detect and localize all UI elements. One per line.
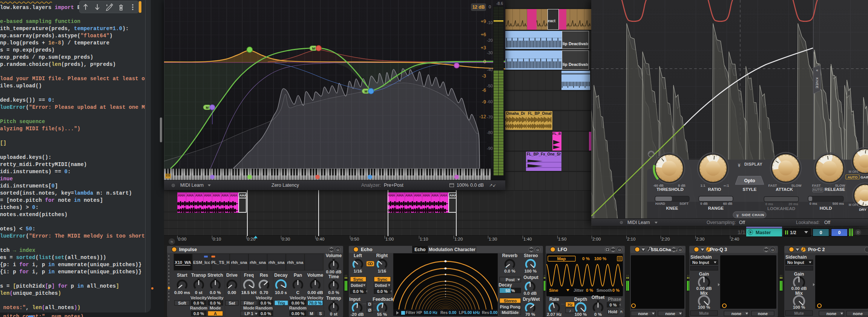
svg-text:∞:1: ∞:1 bbox=[724, 184, 729, 187]
svg-text:20 ms: 20 ms bbox=[788, 202, 798, 206]
svg-text:Sync: Sync bbox=[377, 277, 387, 282]
svg-text:0: 0 bbox=[483, 59, 486, 64]
svg-text:0.0 %: 0.0 % bbox=[193, 311, 204, 316]
svg-text:Stretch: Stretch bbox=[207, 273, 223, 278]
svg-text:18.5 kH: 18.5 kH bbox=[241, 290, 256, 295]
svg-text:-10: -10 bbox=[487, 20, 493, 25]
svg-text:Modulation: Modulation bbox=[429, 247, 453, 252]
svg-text:-90: -90 bbox=[487, 146, 493, 151]
svg-text:Output: Output bbox=[523, 275, 538, 280]
svg-text:100 %: 100 % bbox=[698, 305, 710, 309]
svg-text:0 %: 0 % bbox=[582, 256, 590, 261]
svg-text:Drive: Drive bbox=[226, 273, 238, 278]
svg-text:LP 1: LP 1 bbox=[244, 311, 253, 316]
svg-text:-12: -12 bbox=[479, 114, 486, 119]
svg-text:0.0 %: 0.0 % bbox=[261, 311, 271, 316]
svg-text:Jitter: Jitter bbox=[574, 288, 584, 293]
svg-text:Right: Right bbox=[376, 253, 388, 258]
svg-text:Velocity: Velocity bbox=[256, 296, 272, 300]
svg-text:-20 dB: -20 dB bbox=[350, 312, 363, 317]
svg-text:Stereo: Stereo bbox=[524, 253, 538, 258]
svg-text:Sat: Sat bbox=[229, 301, 235, 305]
svg-text:≫: ≫ bbox=[736, 214, 739, 217]
svg-text:Mode: Mode bbox=[210, 306, 221, 310]
svg-text:rhh_sna: rhh_sna bbox=[231, 260, 248, 265]
svg-text:0.0 %: 0.0 % bbox=[377, 289, 388, 294]
svg-text:-30: -30 bbox=[487, 50, 493, 55]
svg-text:none: none bbox=[732, 311, 741, 316]
svg-text:0.00 %: 0.00 % bbox=[291, 301, 304, 305]
svg-text:Mute: Mute bbox=[794, 311, 804, 315]
svg-text:R: R bbox=[620, 310, 623, 314]
svg-text:Input: Input bbox=[349, 297, 360, 302]
svg-text:5.00 kHz: 5.00 kHz bbox=[464, 310, 480, 315]
svg-text:none: none bbox=[638, 311, 648, 316]
svg-text:Phase: Phase bbox=[608, 297, 621, 302]
svg-text:Filter HP: Filter HP bbox=[406, 310, 422, 315]
svg-text:Sine: Sine bbox=[549, 288, 558, 293]
svg-text:⛁: ⛁ bbox=[679, 248, 681, 252]
svg-text:60 dB: 60 dB bbox=[723, 202, 733, 206]
svg-text:Sync: Sync bbox=[353, 277, 363, 282]
svg-text:PL_TS_H: PL_TS_H bbox=[211, 260, 229, 265]
svg-text:Random: Random bbox=[289, 306, 307, 310]
svg-text:♪: ♪ bbox=[569, 308, 571, 313]
svg-text:0 st: 0 st bbox=[195, 290, 202, 295]
svg-text:0.0 %: 0.0 % bbox=[328, 290, 339, 295]
svg-text:none: none bbox=[758, 311, 768, 316]
svg-text:KNEE: KNEE bbox=[815, 78, 819, 89]
svg-text:0.0 %: 0.0 % bbox=[504, 269, 515, 273]
svg-text:-80: -80 bbox=[487, 130, 493, 135]
svg-text:0 st: 0 st bbox=[330, 312, 337, 316]
svg-text:⛁: ⛁ bbox=[618, 248, 621, 252]
svg-text:Res: Res bbox=[482, 310, 489, 315]
svg-text:Hold: Hold bbox=[608, 309, 617, 314]
svg-text:0 %: 0 % bbox=[586, 288, 593, 293]
svg-text:0 %: 0 % bbox=[594, 312, 602, 317]
svg-text:Rate: Rate bbox=[549, 297, 559, 302]
svg-text:Impulse: Impulse bbox=[179, 247, 197, 252]
svg-text:Soft: Soft bbox=[178, 301, 186, 305]
svg-text:-70: -70 bbox=[487, 115, 493, 119]
svg-text:S: S bbox=[319, 311, 322, 316]
svg-text:Transp: Transp bbox=[326, 296, 341, 301]
svg-text:Offset: Offset bbox=[592, 295, 605, 300]
svg-text:RANGE: RANGE bbox=[708, 206, 724, 210]
svg-text:0.00 dB: 0.00 dB bbox=[791, 286, 807, 291]
svg-text:none: none bbox=[853, 311, 863, 316]
svg-text:0.00 ms: 0.00 ms bbox=[174, 290, 190, 295]
svg-text:Reverb: Reverb bbox=[502, 253, 518, 258]
svg-text:Mute: Mute bbox=[699, 311, 709, 315]
svg-text:A: A bbox=[214, 311, 217, 316]
svg-text:⛁: ⛁ bbox=[771, 248, 774, 252]
svg-text:X10_WA: X10_WA bbox=[175, 260, 191, 265]
svg-text:FAST: FAST bbox=[812, 184, 821, 187]
svg-text:Feedback: Feedback bbox=[373, 297, 394, 302]
svg-text:Decay: Decay bbox=[498, 282, 512, 288]
svg-text:0 dB: 0 dB bbox=[700, 202, 708, 206]
svg-text:KNEE: KNEE bbox=[666, 206, 678, 210]
svg-text:Stereo: Stereo bbox=[504, 299, 517, 303]
svg-text:-6: -6 bbox=[482, 88, 486, 93]
svg-text:GAIN: GAIN bbox=[860, 175, 868, 179]
svg-text:Random: Random bbox=[190, 306, 207, 310]
svg-text:DRY: DRY bbox=[859, 207, 866, 212]
svg-text:M: M bbox=[206, 106, 209, 110]
svg-text:55 %: 55 % bbox=[377, 312, 387, 317]
svg-text:0.0 %: 0.0 % bbox=[210, 301, 221, 305]
svg-text:SIDE CHAIN: SIDE CHAIN bbox=[742, 213, 764, 217]
svg-text:Sidechain: Sidechain bbox=[785, 255, 807, 260]
svg-text:RATIO: RATIO bbox=[708, 187, 721, 192]
svg-text:1:1: 1:1 bbox=[700, 184, 705, 187]
svg-text:Time: Time bbox=[328, 274, 339, 279]
svg-text:M OFF: M OFF bbox=[849, 170, 859, 174]
svg-text:M OFF: M OFF bbox=[849, 203, 859, 207]
svg-text:Velocity: Velocity bbox=[290, 296, 306, 300]
svg-text:rhh_sna: rhh_sna bbox=[250, 260, 266, 265]
svg-text:0 ms: 0 ms bbox=[810, 202, 817, 206]
svg-text:+: + bbox=[865, 170, 867, 174]
svg-text:-60: -60 bbox=[487, 99, 493, 104]
svg-text:HOLD: HOLD bbox=[820, 206, 832, 210]
svg-text:Velocity: Velocity bbox=[307, 296, 324, 300]
svg-text:Velocity: Velocity bbox=[207, 296, 224, 300]
